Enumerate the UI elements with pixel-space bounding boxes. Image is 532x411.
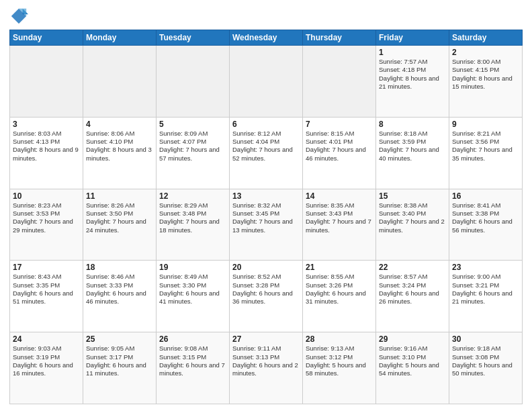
day-info: Sunrise: 8:38 AMSunset: 3:40 PMDaylight:… (379, 201, 446, 234)
header-cell-friday: Friday (376, 30, 449, 46)
day-number: 27 (232, 334, 300, 344)
header-row: SundayMondayTuesdayWednesdayThursdayFrid… (10, 30, 523, 46)
day-info: Sunrise: 8:21 AMSunset: 3:56 PMDaylight:… (452, 130, 519, 163)
day-number: 24 (13, 334, 80, 344)
day-number: 6 (232, 120, 300, 129)
header (9, 7, 523, 26)
day-info: Sunrise: 9:00 AMSunset: 3:21 PMDaylight:… (452, 273, 519, 306)
calendar-cell: 5Sunrise: 8:09 AMSunset: 4:07 PMDaylight… (157, 117, 230, 189)
header-cell-thursday: Thursday (303, 30, 376, 46)
day-info: Sunrise: 8:29 AMSunset: 3:48 PMDaylight:… (159, 201, 226, 234)
week-row-3: 17Sunrise: 8:43 AMSunset: 3:35 PMDayligh… (10, 261, 523, 332)
day-number: 22 (379, 263, 446, 272)
calendar-cell: 30Sunrise: 9:18 AMSunset: 3:08 PMDayligh… (449, 332, 523, 404)
week-row-4: 24Sunrise: 9:03 AMSunset: 3:19 PMDayligh… (10, 332, 523, 404)
day-number: 8 (379, 120, 446, 129)
day-number: 7 (306, 120, 373, 129)
day-number: 18 (86, 263, 153, 272)
calendar-cell: 2Sunrise: 8:00 AMSunset: 4:15 PMDaylight… (449, 46, 523, 118)
logo-icon (9, 7, 28, 26)
calendar-cell (230, 46, 303, 118)
day-number: 5 (159, 120, 226, 129)
day-number: 23 (452, 263, 519, 272)
calendar-cell: 14Sunrise: 8:35 AMSunset: 3:43 PMDayligh… (303, 189, 376, 261)
day-number: 13 (232, 191, 300, 201)
day-info: Sunrise: 8:09 AMSunset: 4:07 PMDaylight:… (159, 130, 226, 163)
day-info: Sunrise: 8:15 AMSunset: 4:01 PMDaylight:… (306, 130, 373, 163)
header-cell-sunday: Sunday (10, 30, 83, 46)
calendar-cell: 20Sunrise: 8:52 AMSunset: 3:28 PMDayligh… (230, 261, 303, 332)
day-info: Sunrise: 9:13 AMSunset: 3:12 PMDaylight:… (306, 345, 373, 377)
day-number: 4 (86, 120, 153, 129)
calendar-cell: 26Sunrise: 9:08 AMSunset: 3:15 PMDayligh… (157, 332, 230, 404)
calendar-cell: 6Sunrise: 8:12 AMSunset: 4:04 PMDaylight… (230, 117, 303, 189)
day-info: Sunrise: 8:46 AMSunset: 3:33 PMDaylight:… (86, 273, 153, 306)
day-info: Sunrise: 9:05 AMSunset: 3:17 PMDaylight:… (86, 345, 153, 377)
calendar-cell: 19Sunrise: 8:49 AMSunset: 3:30 PMDayligh… (157, 261, 230, 332)
calendar-cell: 28Sunrise: 9:13 AMSunset: 3:12 PMDayligh… (303, 332, 376, 404)
header-cell-tuesday: Tuesday (157, 30, 230, 46)
day-info: Sunrise: 7:57 AMSunset: 4:18 PMDaylight:… (379, 58, 446, 91)
day-number: 17 (13, 263, 80, 272)
header-cell-saturday: Saturday (449, 30, 523, 46)
calendar-cell: 18Sunrise: 8:46 AMSunset: 3:33 PMDayligh… (83, 261, 157, 332)
header-cell-monday: Monday (83, 30, 157, 46)
calendar: SundayMondayTuesdayWednesdayThursdayFrid… (9, 30, 523, 404)
day-number: 30 (452, 334, 519, 344)
calendar-cell: 27Sunrise: 9:11 AMSunset: 3:13 PMDayligh… (230, 332, 303, 404)
day-number: 9 (452, 120, 519, 129)
calendar-cell: 22Sunrise: 8:57 AMSunset: 3:24 PMDayligh… (376, 261, 449, 332)
day-number: 12 (159, 191, 226, 201)
page: SundayMondayTuesdayWednesdayThursdayFrid… (0, 0, 532, 411)
calendar-cell (83, 46, 157, 118)
week-row-0: 1Sunrise: 7:57 AMSunset: 4:18 PMDaylight… (10, 46, 523, 118)
day-info: Sunrise: 8:49 AMSunset: 3:30 PMDaylight:… (159, 273, 226, 306)
calendar-body: 1Sunrise: 7:57 AMSunset: 4:18 PMDaylight… (10, 46, 523, 404)
day-number: 26 (159, 334, 226, 344)
day-info: Sunrise: 9:11 AMSunset: 3:13 PMDaylight:… (232, 345, 300, 377)
day-info: Sunrise: 9:18 AMSunset: 3:08 PMDaylight:… (452, 345, 519, 377)
day-number: 10 (13, 191, 80, 201)
day-number: 2 (452, 48, 519, 57)
calendar-cell: 17Sunrise: 8:43 AMSunset: 3:35 PMDayligh… (10, 261, 83, 332)
day-info: Sunrise: 8:12 AMSunset: 4:04 PMDaylight:… (232, 130, 300, 163)
calendar-cell: 4Sunrise: 8:06 AMSunset: 4:10 PMDaylight… (83, 117, 157, 189)
day-info: Sunrise: 8:32 AMSunset: 3:45 PMDaylight:… (232, 201, 300, 234)
day-info: Sunrise: 8:52 AMSunset: 3:28 PMDaylight:… (232, 273, 300, 306)
calendar-cell: 7Sunrise: 8:15 AMSunset: 4:01 PMDaylight… (303, 117, 376, 189)
day-info: Sunrise: 8:35 AMSunset: 3:43 PMDaylight:… (306, 201, 373, 234)
calendar-cell: 11Sunrise: 8:26 AMSunset: 3:50 PMDayligh… (83, 189, 157, 261)
day-info: Sunrise: 9:16 AMSunset: 3:10 PMDaylight:… (379, 345, 446, 377)
calendar-cell: 3Sunrise: 8:03 AMSunset: 4:13 PMDaylight… (10, 117, 83, 189)
calendar-cell: 23Sunrise: 9:00 AMSunset: 3:21 PMDayligh… (449, 261, 523, 332)
day-info: Sunrise: 8:43 AMSunset: 3:35 PMDaylight:… (13, 273, 80, 306)
calendar-cell: 29Sunrise: 9:16 AMSunset: 3:10 PMDayligh… (376, 332, 449, 404)
calendar-cell: 16Sunrise: 8:41 AMSunset: 3:38 PMDayligh… (449, 189, 523, 261)
day-info: Sunrise: 8:00 AMSunset: 4:15 PMDaylight:… (452, 58, 519, 91)
calendar-cell (303, 46, 376, 118)
day-info: Sunrise: 8:26 AMSunset: 3:50 PMDaylight:… (86, 201, 153, 234)
calendar-cell: 10Sunrise: 8:23 AMSunset: 3:53 PMDayligh… (10, 189, 83, 261)
day-number: 11 (86, 191, 153, 201)
day-number: 25 (86, 334, 153, 344)
calendar-cell: 21Sunrise: 8:55 AMSunset: 3:26 PMDayligh… (303, 261, 376, 332)
day-info: Sunrise: 8:41 AMSunset: 3:38 PMDaylight:… (452, 201, 519, 234)
calendar-cell: 13Sunrise: 8:32 AMSunset: 3:45 PMDayligh… (230, 189, 303, 261)
calendar-cell: 1Sunrise: 7:57 AMSunset: 4:18 PMDaylight… (376, 46, 449, 118)
day-info: Sunrise: 8:18 AMSunset: 3:59 PMDaylight:… (379, 130, 446, 163)
calendar-cell: 15Sunrise: 8:38 AMSunset: 3:40 PMDayligh… (376, 189, 449, 261)
calendar-cell: 25Sunrise: 9:05 AMSunset: 3:17 PMDayligh… (83, 332, 157, 404)
day-number: 14 (306, 191, 373, 201)
day-info: Sunrise: 9:03 AMSunset: 3:19 PMDaylight:… (13, 345, 80, 377)
calendar-cell: 24Sunrise: 9:03 AMSunset: 3:19 PMDayligh… (10, 332, 83, 404)
day-info: Sunrise: 8:55 AMSunset: 3:26 PMDaylight:… (306, 273, 373, 306)
logo (9, 7, 31, 26)
day-info: Sunrise: 9:08 AMSunset: 3:15 PMDaylight:… (159, 345, 226, 377)
day-number: 19 (159, 263, 226, 272)
day-number: 3 (13, 120, 80, 129)
calendar-cell: 12Sunrise: 8:29 AMSunset: 3:48 PMDayligh… (157, 189, 230, 261)
day-number: 15 (379, 191, 446, 201)
day-number: 16 (452, 191, 519, 201)
day-number: 20 (232, 263, 300, 272)
day-info: Sunrise: 8:57 AMSunset: 3:24 PMDaylight:… (379, 273, 446, 306)
